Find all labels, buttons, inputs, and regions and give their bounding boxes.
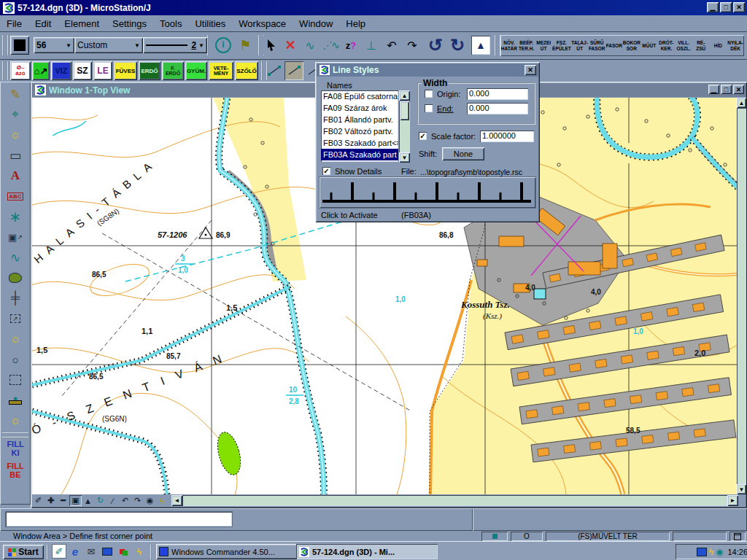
zoom-in-icon[interactable]: ✚ — [44, 495, 57, 506]
hscroll-right-button[interactable]: ► — [727, 495, 738, 506]
window-area-icon[interactable]: ▣ — [69, 495, 82, 506]
view-close-button[interactable]: ✕ — [733, 85, 744, 94]
tool-lamp[interactable]: ☼ — [3, 125, 28, 145]
z-query-button[interactable]: z? — [341, 36, 360, 55]
maximize-button[interactable]: □ — [720, 2, 732, 12]
feature-hid[interactable]: HÍD — [710, 43, 727, 49]
show-details-checkbox[interactable]: ✓ — [322, 167, 330, 175]
tray-clock[interactable]: 14:26 — [727, 548, 747, 556]
line-weight-combo[interactable]: 2▼ — [143, 37, 207, 53]
end-checkbox[interactable] — [425, 104, 433, 112]
rotate-view-icon[interactable]: ↻ — [94, 495, 107, 506]
layer-le-button[interactable]: LE — [93, 61, 112, 80]
line-style-combo[interactable]: Custom▼ — [74, 37, 143, 53]
quicklaunch-blocks-icon[interactable] — [117, 545, 130, 558]
tray-display-icon[interactable] — [697, 548, 707, 556]
render-icon[interactable]: ϟ — [156, 495, 169, 506]
info-button[interactable]: i — [213, 36, 233, 55]
scale-checkbox[interactable]: ✓ — [419, 132, 427, 140]
list-scroll-down[interactable]: ▼ — [399, 152, 410, 163]
redo-button[interactable]: ↷ — [403, 36, 422, 55]
list-scroll-thumb[interactable] — [400, 101, 409, 120]
task-windows-commander[interactable]: Windows Commander 4.50... — [156, 544, 298, 559]
minimize-button[interactable]: ▁ — [707, 2, 719, 12]
status-level-segment[interactable]: (FS)MŰVELT TER — [546, 532, 670, 541]
list-item-selected[interactable]: FB03A Szakadó part — [321, 149, 398, 160]
feature-mezei-ut[interactable]: MEZEI ÚT — [535, 40, 552, 51]
line-tool-2-pressed[interactable] — [285, 61, 303, 80]
tool-lamp3[interactable]: ☼ — [3, 411, 28, 431]
shift-none-button[interactable]: None — [442, 147, 484, 160]
toolbar-handle[interactable] — [2, 35, 9, 55]
feature-nov-hatar[interactable]: NÖV. HATÁR — [500, 40, 518, 51]
tool-palette[interactable] — [3, 268, 28, 288]
dialog-titlebar[interactable]: Line Styles ✕ — [317, 63, 538, 77]
quicklaunch-ie-icon[interactable]: e — [69, 545, 82, 558]
feature-suru-fasor[interactable]: SŰRŰ FASOR — [588, 40, 605, 51]
quicklaunch-mail-icon[interactable]: ✉ — [85, 545, 98, 558]
tool-lamp2[interactable]: ☼ — [3, 329, 28, 349]
menu-edit[interactable]: Edit — [28, 17, 58, 31]
fit-view-button[interactable]: ▲ — [471, 36, 490, 55]
style-names-list[interactable]: FA08 Épülő csatorna FA09 Száraz árok FB0… — [321, 90, 398, 162]
tray-network-icon[interactable]: ◉ — [716, 547, 723, 557]
layer-gyum-button[interactable]: GYÜM. — [185, 61, 207, 80]
list-item[interactable]: FB03 Szakadó part<= — [321, 137, 398, 149]
undo-all-button[interactable]: ↺ — [425, 34, 446, 56]
list-item[interactable]: FA08 Épülő csatorna — [321, 90, 398, 102]
feature-drot-ker[interactable]: DRÓT- KER. — [658, 40, 676, 51]
layer-sz-button[interactable]: SZ — [73, 61, 92, 80]
menu-window[interactable]: Window — [293, 17, 339, 31]
feature-fasor[interactable]: FASOR — [605, 43, 623, 49]
tool-measure[interactable]: ● — [3, 390, 28, 411]
feature-vill-oszl[interactable]: VILL. OSZL. — [675, 40, 692, 51]
layer-ferdo-button[interactable]: F. ERDŐ — [162, 61, 184, 80]
quicklaunch-winamp-icon[interactable]: ϟ — [133, 545, 146, 558]
view-undo-icon[interactable]: ↶ — [119, 495, 131, 506]
vscroll-track[interactable] — [737, 108, 746, 484]
feature-beep-terh[interactable]: BEÉP. TER.H. — [518, 40, 535, 51]
close-button[interactable]: ✕ — [733, 2, 745, 12]
start-button[interactable]: Start — [3, 545, 44, 559]
feature-re-zsu[interactable]: RÉ- ZSŰ — [692, 40, 710, 51]
quicklaunch-display-icon[interactable] — [101, 545, 114, 558]
end-field[interactable]: 0.000 — [467, 103, 528, 114]
quicklaunch-notes-icon[interactable]: ✐ — [53, 545, 66, 558]
feature-muut[interactable]: MŰÚT — [640, 43, 658, 49]
layer-fuves-button[interactable]: FÜVES — [114, 61, 137, 80]
tool-point[interactable]: ⌖ — [3, 104, 28, 125]
menu-element[interactable]: Element — [58, 17, 106, 31]
fill-be-label[interactable]: FILL BE — [0, 462, 31, 479]
redo-all-button[interactable]: ↻ — [446, 34, 468, 56]
camera-icon[interactable]: ◉ — [144, 495, 156, 506]
style-preview[interactable] — [320, 177, 535, 208]
zoom-out-icon[interactable]: ━ — [57, 495, 69, 506]
curve-tool-button[interactable]: ∿ — [301, 36, 320, 55]
dialog-close-button[interactable]: ✕ — [525, 65, 536, 75]
flag-button[interactable]: ⚑ — [235, 36, 255, 55]
feature-fsz-epulet[interactable]: FSZ. ÉPÜLET — [552, 40, 571, 51]
points-curve-button[interactable]: ⋰∿ — [321, 36, 340, 55]
tool-copy[interactable]: ▣↗ — [3, 227, 28, 247]
tray-winamp-icon[interactable]: ϟ — [709, 547, 713, 557]
toolbar-handle[interactable] — [2, 61, 9, 80]
menu-utilities[interactable]: Utilities — [188, 17, 232, 31]
status-lock-segment[interactable]: O — [511, 532, 543, 541]
fill-ki-label[interactable]: FILL KI — [0, 440, 31, 457]
vscroll-down-button[interactable]: ▼ — [737, 484, 746, 494]
menu-file[interactable]: File — [0, 17, 28, 31]
feature-talaj-ut[interactable]: TALAJ- ÚT — [571, 40, 589, 51]
layer-erdo-button[interactable]: ERDŐ — [139, 61, 160, 80]
scale-field[interactable]: 1.000000 — [480, 131, 534, 142]
fit-icon[interactable]: ▲ — [82, 495, 94, 506]
tool-move[interactable]: ↗ — [3, 308, 28, 329]
layer-azo-button[interactable]: Ø– ázó — [10, 61, 31, 80]
select-tool-button[interactable] — [263, 36, 280, 55]
menu-help[interactable]: Help — [339, 17, 372, 31]
status-padlock-segment[interactable] — [729, 532, 746, 541]
list-item[interactable]: FB01 Állandó partv. — [321, 114, 398, 125]
color-number-combo[interactable]: 56▼ — [34, 37, 74, 53]
hscroll-left-button[interactable]: ◄ — [171, 495, 182, 506]
tool-pattern[interactable]: ∗ — [3, 206, 28, 227]
tool-grid[interactable]: ╪ — [3, 288, 28, 308]
